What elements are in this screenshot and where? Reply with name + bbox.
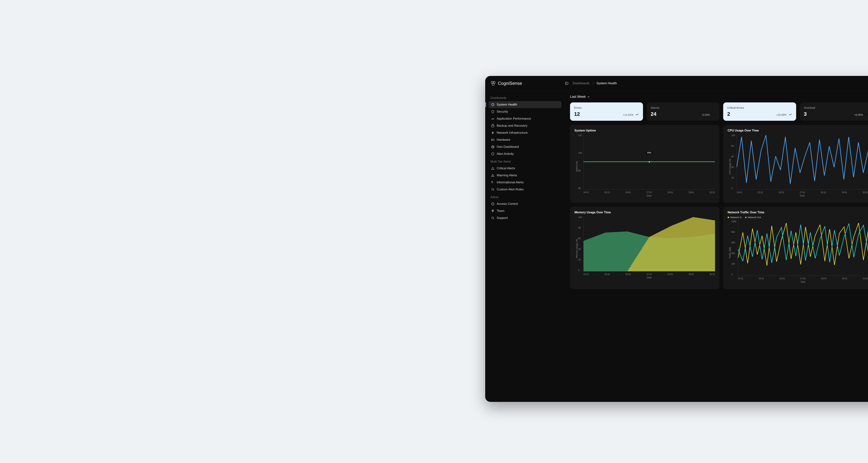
nav-icon [491,181,494,184]
sidebar-item-backup-and-recovery[interactable]: Backup and Recovery [489,122,561,129]
stat-delta: +15.03% [776,113,786,116]
chart-title: System Uptime [575,129,715,132]
chart-tooltip: 99% [645,151,653,155]
nav-label: Warning Alerts [497,174,517,177]
svg-point-24 [493,204,493,204]
sidebar-item-access-control[interactable]: Access Control [489,200,561,208]
sidebar-item-system-health[interactable]: System Health [489,101,561,108]
sidebar-section-title: Admin [490,195,560,199]
app-window: CogniSense Dashboards / System Health Da… [485,76,868,402]
stat-label: Alarms [651,106,716,109]
sidebar-section-title: Dashboards [490,96,560,100]
x-axis: 24.0125.0126.0127.0128.0129.0130.01 [583,190,715,194]
sidebar-item-network-infrastructure[interactable]: Network Infrastructure [489,129,561,136]
stat-value: 24 [651,111,656,117]
sidebar-item-security[interactable]: Security [489,108,561,115]
sidebar-item-hardware[interactable]: Hardware [489,136,561,143]
chart-system-uptime: System UptimeUptime (%)102100989699%24.0… [570,125,719,203]
stat-delta: -0.03% [702,113,710,116]
trend-icon [865,114,868,116]
nav-icon [491,131,494,134]
stat-delta: +6.08% [854,113,863,116]
nav-label: Application Performance [497,117,531,121]
main-content: Last Week Errors12+11.01%Alarms24-0.03%C… [565,91,868,402]
svg-rect-15 [492,125,494,127]
x-axis: 24.0125.0126.0127.0128.0129.0130.01 [738,276,868,280]
nav-label: Informational Alerts [497,181,524,184]
svg-rect-3 [565,82,568,85]
stat-card-errors[interactable]: Errors12+11.01% [570,102,643,121]
sidebar-item-application-performance[interactable]: Application Performance [489,115,561,122]
y-axis: 10008006004002000 [731,220,738,276]
nav-label: Critical Alerts [497,166,515,170]
svg-point-23 [492,203,494,205]
sidebar-item-team[interactable]: Team [489,208,561,214]
nav-label: Access Control [497,202,518,206]
stat-card-critical-errors[interactable]: Critical Errors2+15.03% [723,102,796,121]
x-axis-label: Date [737,194,868,197]
chart-title: CPU Usage Over Time [727,129,868,132]
plot-area: 99% [583,134,715,190]
chart-svg [584,216,715,271]
trend-icon [636,114,639,116]
stat-card-overload[interactable]: Overload3+6.08% [800,102,868,121]
y-axis: 100806040200 [731,134,737,190]
brand: CogniSense [490,81,561,86]
nav-label: Alert Activity [497,152,514,156]
nav-icon [491,174,494,177]
chart-memory-usage-over-time: Memory Usage Over TimeMemory Usage (%)10… [570,207,719,289]
sidebar-item-support[interactable]: Support [489,214,561,221]
chart-grid: System UptimeUptime (%)102100989699%24.0… [570,125,868,289]
sidebar-item-custom-alert-rules[interactable]: Custom Alert Rules [489,186,561,193]
stat-label: Overload [804,106,868,109]
y-axis-label: Memory Usage (%) [575,216,578,281]
brand-name: CogniSense [498,81,522,86]
sidebar-item-informational-alerts[interactable]: Informational Alerts [489,179,561,186]
nav-icon [491,110,494,113]
sidebar-item-alert-activity[interactable]: Alert Activity [489,150,561,157]
nav-icon [491,124,494,127]
nav-label: Security [497,110,508,114]
nav-label: Support [497,216,508,220]
breadcrumb-current: System Health [596,82,617,85]
x-axis-label: Date [738,281,868,283]
sidebar-item-geo-dashboard[interactable]: Geo Dashboard [489,143,561,150]
nav-label: Team [497,209,504,213]
stat-label: Errors [574,106,639,109]
nav-label: Geo Dashboard [497,145,519,149]
breadcrumb-root[interactable]: Dashboards [572,82,590,85]
y-axis-label: Traffic (MB) [727,220,731,285]
y-axis-label: Uptime (%) [575,134,578,199]
nav-icon [491,167,494,170]
x-axis-label: Date [583,276,715,279]
plot-area [583,216,715,272]
chart-network-traffic-over-time: Network Traffic Over TimeNetwork InNetwo… [723,207,868,289]
nav-icon [491,138,494,142]
nav-icon [491,216,494,220]
x-axis-label: Date [583,194,715,197]
stat-value: 12 [574,111,580,117]
chart-svg [738,220,868,276]
sidebar-section-title: Multi-Tier Alerts [490,160,560,163]
stat-value: 2 [727,111,730,117]
stat-cards: Errors12+11.01%Alarms24-0.03%Critical Er… [570,102,868,121]
stat-value: 3 [804,111,807,117]
y-axis: 100806040200 [578,216,583,272]
sidebar-item-critical-alerts[interactable]: Critical Alerts [489,165,561,172]
breadcrumb: Dashboards / System Health [572,82,617,85]
tooltip-marker [649,161,650,163]
x-axis: 24.0125.0126.0127.0128.0129.0130.01 [583,272,715,276]
time-range-label: Last Week [570,95,586,99]
chart-svg [737,134,868,189]
panel-toggle-icon[interactable] [564,81,569,86]
y-axis-label: CPU Usage (%) [727,134,731,199]
nav-label: System Health [497,103,517,106]
x-axis: 24.0125.0126.0127.0128.0129.0130.01 [737,190,868,194]
time-range-selector[interactable]: Last Week [570,95,868,99]
svg-point-18 [492,140,492,140]
plot-area [738,220,868,276]
header: CogniSense Dashboards / System Health [485,76,868,91]
svg-point-26 [493,210,494,211]
stat-card-alarms[interactable]: Alarms24-0.03% [647,102,720,121]
sidebar-item-warning-alerts[interactable]: Warning Alerts [489,172,561,179]
